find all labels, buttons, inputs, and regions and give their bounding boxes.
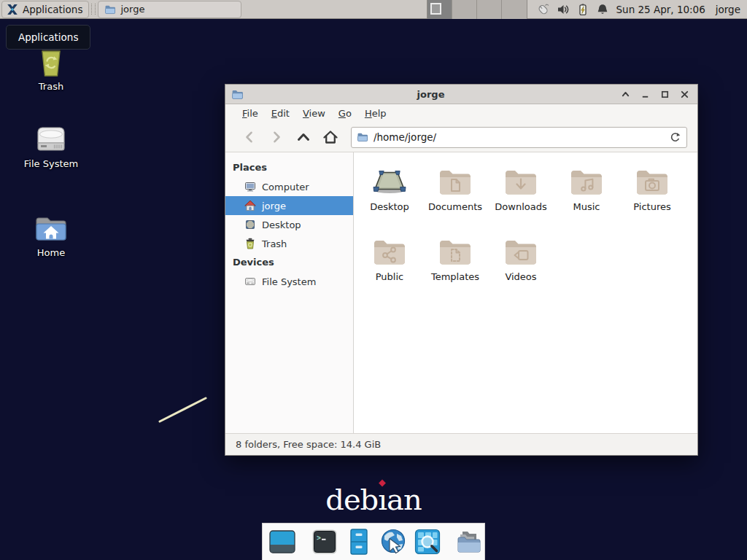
file-manager-window: jorge File Edit View Go Help — [225, 84, 698, 456]
applications-menu-label: Applications — [23, 4, 82, 15]
menu-view[interactable]: View — [296, 106, 332, 121]
close-button[interactable] — [677, 87, 692, 101]
desktop-icon-file-system[interactable]: File System — [16, 124, 86, 169]
workspace-2[interactable] — [452, 0, 477, 19]
desktop-icon-home[interactable]: Home — [16, 214, 86, 258]
file-label: Public — [376, 271, 403, 282]
file-label: Videos — [505, 271, 536, 282]
panel-clock[interactable]: Sun 25 Apr, 10:06 — [616, 4, 705, 15]
menu-go[interactable]: Go — [332, 106, 358, 121]
file-item-templates[interactable]: Templates — [422, 231, 488, 301]
toolbar — [225, 122, 697, 152]
menu-edit[interactable]: Edit — [265, 106, 296, 121]
file-item-documents[interactable]: Documents — [422, 161, 488, 231]
workspace-1[interactable] — [427, 0, 452, 19]
workspace-4[interactable] — [502, 0, 527, 19]
window-title: jorge — [244, 89, 618, 100]
panel-handle — [91, 4, 96, 15]
file-label: Pictures — [633, 201, 670, 212]
workspace-3[interactable] — [477, 0, 502, 19]
file-item-pictures[interactable]: Pictures — [619, 161, 685, 231]
shade-button[interactable] — [618, 87, 632, 101]
file-cabinet-icon[interactable] — [344, 527, 374, 556]
public-folder-icon — [372, 237, 407, 266]
trash-icon — [244, 238, 256, 249]
launcher-dock: > — [262, 523, 485, 560]
sidebar-item-label: jorge — [262, 201, 286, 211]
battery-icon[interactable] — [576, 3, 589, 16]
volume-icon[interactable] — [557, 3, 570, 16]
svg-text:>: > — [317, 534, 321, 542]
sidebar-item-label: File System — [262, 276, 316, 287]
desktop-folder-icon — [372, 167, 407, 196]
desktop-icon-label: File System — [24, 158, 78, 169]
reload-icon[interactable] — [669, 131, 681, 144]
menu-help[interactable]: Help — [358, 106, 393, 121]
app-finder-icon[interactable] — [413, 527, 442, 556]
sidebar-item-trash[interactable]: Trash — [225, 234, 353, 253]
downloads-folder-icon — [503, 167, 538, 196]
computer-icon — [244, 181, 256, 192]
back-button[interactable] — [236, 126, 263, 148]
file-label: Templates — [431, 271, 479, 282]
music-folder-icon — [569, 167, 604, 196]
path-input[interactable] — [374, 131, 664, 143]
mouse-icon[interactable] — [536, 2, 550, 16]
folder-icon — [104, 4, 116, 15]
file-item-public[interactable]: Public — [357, 231, 422, 301]
applications-menu-button[interactable]: Applications — [1, 1, 89, 18]
home-folder-icon — [34, 214, 69, 244]
terminal-icon[interactable]: > — [310, 527, 339, 556]
window-folder-icon — [231, 88, 244, 101]
desktop-icon — [244, 219, 256, 230]
maximize-button[interactable] — [657, 87, 672, 101]
status-text: 8 folders, Free space: 14.4 GiB — [236, 439, 381, 450]
pictures-folder-icon — [635, 167, 670, 196]
system-tray — [536, 2, 609, 16]
notifications-bell-icon[interactable] — [596, 3, 609, 16]
menubar: File Edit View Go Help — [225, 104, 697, 122]
logo-text: deb — [325, 483, 378, 516]
menu-file[interactable]: File — [236, 106, 265, 121]
sidebar-item-file-system[interactable]: File System — [225, 272, 353, 291]
directory-menu-icon[interactable] — [455, 527, 484, 556]
up-button[interactable] — [290, 126, 317, 148]
sidebar-item-desktop[interactable]: Desktop — [225, 215, 353, 234]
home-button[interactable] — [317, 126, 344, 148]
show-desktop-icon[interactable] — [268, 527, 297, 556]
file-label: Music — [573, 201, 600, 212]
forward-button[interactable] — [263, 126, 290, 148]
file-item-videos[interactable]: Videos — [488, 231, 554, 301]
sidebar-header-places: Places — [225, 158, 353, 177]
statusbar: 8 folders, Free space: 14.4 GiB — [225, 433, 697, 455]
taskbar-window-label: jorge — [120, 4, 144, 15]
file-item-music[interactable]: Music — [554, 161, 619, 231]
file-item-desktop[interactable]: Desktop — [357, 161, 422, 231]
videos-folder-icon — [503, 237, 538, 266]
minimize-button[interactable] — [638, 87, 652, 101]
taskbar-window-button[interactable]: jorge — [98, 1, 241, 18]
sidebar-item-label: Trash — [262, 238, 287, 249]
xfce-applications-icon — [6, 3, 19, 16]
workspace-switcher — [427, 0, 527, 19]
home-icon — [244, 200, 256, 211]
desktop-scribble — [155, 394, 212, 427]
file-label: Documents — [428, 201, 482, 212]
debian-logo: debıan — [0, 483, 747, 516]
web-browser-icon[interactable] — [379, 527, 408, 556]
desktop-icon-label: Trash — [39, 81, 63, 92]
path-bar[interactable] — [351, 127, 687, 148]
templates-folder-icon — [438, 237, 473, 266]
sidebar: Places Computer — [225, 152, 354, 433]
sidebar-item-computer[interactable]: Computer — [225, 177, 353, 196]
documents-folder-icon — [438, 167, 473, 196]
sidebar-item-label: Desktop — [262, 219, 301, 230]
file-grid: Desktop Documents — [354, 152, 697, 433]
desktop-icon-label: Home — [37, 247, 65, 258]
sidebar-item-jorge[interactable]: jorge — [225, 196, 353, 215]
sidebar-header-devices: Devices — [225, 253, 353, 272]
panel-username: jorge — [716, 4, 740, 15]
file-item-downloads[interactable]: Downloads — [488, 161, 554, 231]
hard-drive-icon — [244, 276, 256, 287]
titlebar[interactable]: jorge — [225, 85, 697, 104]
